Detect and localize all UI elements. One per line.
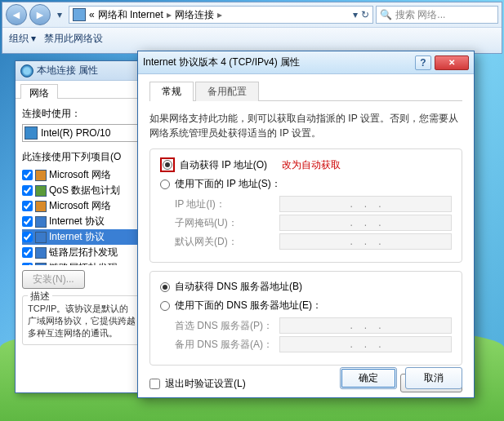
explorer-header: ◄ ► ▾ « 网络和 Internet ▸ 网络连接 ▸ ▾ ↻ 🔍 搜索 网… <box>2 2 502 54</box>
adapter-name: Intel(R) PRO/10 <box>41 127 110 139</box>
list-item[interactable]: Internet 协议 <box>22 214 143 229</box>
help-button[interactable]: ? <box>415 55 431 70</box>
item-check[interactable] <box>22 201 33 211</box>
protocol-list[interactable]: Microsoft 网络 QoS 数据包计划 Microsoft 网络 Inte… <box>22 167 143 265</box>
ok-button[interactable]: 确定 <box>340 367 397 389</box>
field-dns2: 备用 DNS 服务器(A)：... <box>175 336 452 352</box>
win1-button-row: 安装(N)... <box>22 270 143 289</box>
radio-auto-dns[interactable]: 自动获得 DNS 服务器地址(B) <box>160 280 452 294</box>
adapter-box[interactable]: Intel(R) PRO/10 <box>22 124 143 142</box>
connection-icon <box>20 64 33 78</box>
search-box[interactable]: 🔍 搜索 网络... <box>376 6 498 24</box>
adapter-icon <box>25 126 38 140</box>
validate-row[interactable]: 退出时验证设置(L) <box>149 377 246 391</box>
ip-label: IP 地址(I)： <box>175 197 273 211</box>
item-label: Microsoft 网络 <box>49 168 111 182</box>
forward-button[interactable]: ► <box>29 4 51 25</box>
list-item[interactable]: 链路层拓扑发现 <box>22 245 143 260</box>
dns1-label: 首选 DNS 服务器(P)： <box>175 319 273 333</box>
items-label: 此连接使用下列项目(O <box>22 150 143 164</box>
disable-device-button[interactable]: 禁用此网络设 <box>44 32 103 46</box>
item-check[interactable] <box>22 170 33 180</box>
field-ip: IP 地址(I)：... <box>175 196 452 212</box>
field-dns1: 首选 DNS 服务器(P)：... <box>175 317 452 334</box>
radio-icon <box>163 160 172 170</box>
dns2-label: 备用 DNS 服务器(A)： <box>175 338 273 352</box>
install-button[interactable]: 安装(N)... <box>22 270 85 289</box>
dialog-buttons: 确定 取消 <box>340 367 462 389</box>
validate-checkbox[interactable] <box>149 379 160 389</box>
crumb-back-icon: « <box>89 9 95 20</box>
item-check[interactable] <box>22 232 33 242</box>
back-button[interactable]: ◄ <box>6 4 27 25</box>
network-icon <box>73 8 86 21</box>
item-icon <box>35 263 47 266</box>
desc-text: TCP/IP。该协议是默认的广域网络协议，它提供跨越多种互连网络的通讯。 <box>28 303 137 339</box>
annotation-text: 改为自动获取 <box>282 158 341 172</box>
list-item[interactable]: 链路层拓扑发现 <box>22 260 143 265</box>
list-item[interactable]: Microsoft 网络 <box>22 167 143 183</box>
crumb-sep2-icon: ▸ <box>217 9 222 20</box>
history-dropdown[interactable]: ▾ <box>53 6 66 24</box>
field-mask: 子网掩码(U)：... <box>175 215 452 231</box>
item-icon <box>35 170 47 181</box>
desc-legend: 描述 <box>28 290 52 304</box>
mask-label: 子网掩码(U)： <box>175 216 273 230</box>
list-item[interactable]: QoS 数据包计划 <box>22 183 143 198</box>
item-check[interactable] <box>22 216 33 227</box>
search-icon: 🔍 <box>380 9 392 20</box>
win1-tabs: 网络 <box>16 81 149 99</box>
item-icon <box>35 232 47 243</box>
annotation-highlight <box>160 157 175 172</box>
addr-drop-icon[interactable]: ▾ <box>353 9 358 20</box>
ip-input: ... <box>279 196 452 212</box>
radio-auto-ip-label: 自动获得 IP 地址(O) <box>180 158 267 172</box>
local-connection-properties-window: 本地连接 属性 网络 连接时使用： Intel(R) PRO/10 此连接使用下… <box>15 60 150 393</box>
ipv4-properties-window: Internet 协议版本 4 (TCP/IPv4) 属性 ? ✕ 常规 备用配… <box>137 51 475 398</box>
intro-text: 如果网络支持此功能，则可以获取自动指派的 IP 设置。否则，您需要从网络系统管理… <box>149 111 462 140</box>
tab-network[interactable]: 网络 <box>20 84 58 99</box>
radio-manual-ip-label: 使用下面的 IP 地址(S)： <box>175 177 281 191</box>
tab-alternate[interactable]: 备用配置 <box>195 82 259 101</box>
organize-menu[interactable]: 组织 ▾ <box>9 32 36 46</box>
win2-title: Internet 协议版本 4 (TCP/IPv4) 属性 <box>143 55 300 69</box>
item-label: 链路层拓扑发现 <box>49 261 118 265</box>
item-check[interactable] <box>22 247 33 258</box>
field-gateway: 默认网关(D)：... <box>175 233 452 250</box>
crumb-sep-icon: ▸ <box>167 9 172 20</box>
mask-input: ... <box>279 215 452 231</box>
list-item-selected[interactable]: Internet 协议 <box>22 229 143 245</box>
radio-manual-dns[interactable]: 使用下面的 DNS 服务器地址(E)： <box>160 299 452 312</box>
win1-titlebar[interactable]: 本地连接 属性 <box>16 61 149 81</box>
tab-general[interactable]: 常规 <box>149 82 194 101</box>
item-label: QoS 数据包计划 <box>49 184 120 197</box>
connect-using-label: 连接时使用： <box>22 107 143 121</box>
dns1-input: ... <box>279 317 452 334</box>
refresh-icon[interactable]: ↻ <box>361 9 369 20</box>
list-item[interactable]: Microsoft 网络 <box>22 198 143 214</box>
radio-manual-ip[interactable]: 使用下面的 IP 地址(S)： <box>160 177 452 191</box>
cancel-button[interactable]: 取消 <box>405 367 462 389</box>
win1-body: 连接时使用： Intel(R) PRO/10 此连接使用下列项目(O Micro… <box>16 99 149 361</box>
crumb-1[interactable]: 网络和 Internet <box>98 8 163 22</box>
breadcrumb[interactable]: 网络和 Internet ▸ 网络连接 ▸ <box>98 8 222 22</box>
radio-manual-dns-label: 使用下面的 DNS 服务器地址(E)： <box>175 299 322 312</box>
item-icon <box>35 185 47 197</box>
item-label: 链路层拓扑发现 <box>49 246 118 259</box>
item-check[interactable] <box>22 185 33 196</box>
win2-titlebar[interactable]: Internet 协议版本 4 (TCP/IPv4) 属性 ? ✕ <box>138 51 474 74</box>
radio-icon <box>160 282 170 292</box>
radio-auto-ip[interactable]: 自动获得 IP 地址(O) 改为自动获取 <box>160 157 452 172</box>
close-button[interactable]: ✕ <box>435 55 469 70</box>
crumb-2[interactable]: 网络连接 <box>175 8 214 22</box>
win1-title: 本地连接 属性 <box>37 64 98 78</box>
address-bar[interactable]: « 网络和 Internet ▸ 网络连接 ▸ ▾ ↻ <box>69 6 373 24</box>
radio-auto-dns-label: 自动获得 DNS 服务器地址(B) <box>175 280 302 294</box>
description-group: 描述 TCP/IP。该协议是默认的广域网络协议，它提供跨越多种互连网络的通讯。 <box>22 295 143 345</box>
win2-tabs: 常规 备用配置 <box>149 81 462 101</box>
item-label: Internet 协议 <box>49 215 105 228</box>
radio-icon <box>160 179 170 189</box>
nav-row: ◄ ► ▾ « 网络和 Internet ▸ 网络连接 ▸ ▾ ↻ 🔍 搜索 网… <box>2 2 502 27</box>
dns-group: 自动获得 DNS 服务器地址(B) 使用下面的 DNS 服务器地址(E)： 首选… <box>149 271 462 366</box>
item-check[interactable] <box>22 263 33 265</box>
